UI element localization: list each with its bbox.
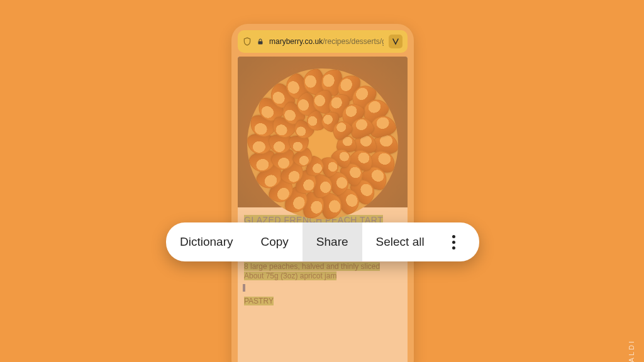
context-menu-dictionary[interactable]: Dictionary	[166, 222, 247, 261]
url-path: /recipes/desserts/g	[323, 37, 384, 46]
context-menu-more-button[interactable]	[438, 222, 470, 261]
svg-rect-0	[258, 41, 263, 45]
ingredient-line: About 75g (3oz) apricot jam	[244, 272, 336, 280]
pastry-heading: PASTRY	[244, 297, 274, 305]
recipe-hero-image	[238, 57, 408, 207]
vivaldi-watermark: C VIVALDI	[628, 339, 635, 362]
context-menu-share[interactable]: Share	[303, 222, 362, 261]
browser-url-bar[interactable]: maryberry.co.uk/recipes/desserts/g	[238, 30, 408, 53]
url-domain: maryberry.co.uk	[269, 37, 323, 46]
more-vertical-icon	[452, 235, 455, 250]
watermark-text: VIVALDI	[628, 339, 635, 362]
context-menu-select-all[interactable]: Select all	[362, 222, 438, 261]
text-selection-handle[interactable]	[243, 284, 245, 292]
phone-frame: maryberry.co.uk/recipes/desserts/g GLAZE…	[231, 24, 414, 362]
vivaldi-menu-button[interactable]	[389, 35, 402, 48]
text-selection-context-menu: DictionaryCopyShareSelect all	[166, 222, 479, 261]
ingredient-line: 8 large peaches, halved and thinly slice…	[244, 262, 380, 271]
webpage-content[interactable]: GLAZED FRENCH PEACH TART INGREDIENTS 55g…	[238, 57, 408, 362]
lock-icon	[257, 38, 264, 45]
url-text[interactable]: maryberry.co.uk/recipes/desserts/g	[269, 37, 384, 46]
context-menu-copy[interactable]: Copy	[247, 222, 302, 261]
shield-icon	[243, 37, 252, 46]
